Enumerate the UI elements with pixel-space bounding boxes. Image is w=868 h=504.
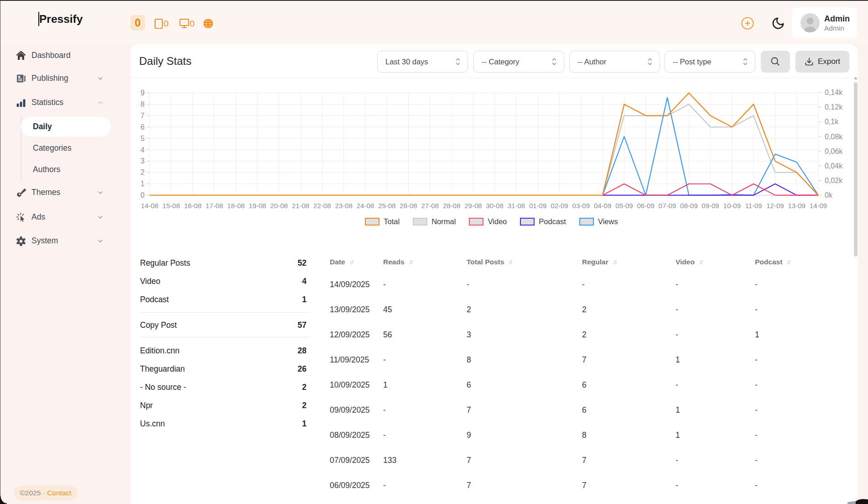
svg-text:02-09: 02-09 bbox=[551, 202, 568, 210]
svg-text:0,1k: 0,1k bbox=[825, 118, 839, 126]
svg-text:30-08: 30-08 bbox=[486, 202, 503, 210]
svg-text:3: 3 bbox=[140, 157, 145, 165]
svg-text:14-09: 14-09 bbox=[810, 202, 827, 210]
svg-text:31-08: 31-08 bbox=[508, 202, 525, 210]
svg-text:20-08: 20-08 bbox=[270, 202, 288, 210]
svg-text:04-09: 04-09 bbox=[594, 202, 611, 210]
svg-text:7: 7 bbox=[140, 112, 145, 120]
svg-text:18-08: 18-08 bbox=[227, 202, 244, 210]
svg-text:23-08: 23-08 bbox=[335, 202, 352, 210]
svg-text:24-08: 24-08 bbox=[357, 202, 374, 210]
svg-text:29-08: 29-08 bbox=[464, 202, 482, 210]
svg-text:19-08: 19-08 bbox=[249, 202, 266, 210]
svg-text:0,04k: 0,04k bbox=[825, 162, 843, 170]
svg-text:8: 8 bbox=[140, 100, 145, 108]
svg-text:07-09: 07-09 bbox=[659, 202, 676, 210]
svg-text:25-08: 25-08 bbox=[378, 202, 395, 210]
svg-text:06-09: 06-09 bbox=[637, 202, 655, 210]
svg-text:0,02k: 0,02k bbox=[825, 177, 843, 184]
svg-text:05-09: 05-09 bbox=[615, 202, 633, 210]
svg-text:0,08k: 0,08k bbox=[825, 133, 843, 141]
svg-text:2: 2 bbox=[140, 168, 145, 176]
svg-text:0,14k: 0,14k bbox=[825, 89, 843, 96]
svg-text:22-08: 22-08 bbox=[313, 202, 331, 210]
svg-text:08-09: 08-09 bbox=[680, 202, 697, 210]
svg-text:4: 4 bbox=[140, 146, 145, 154]
svg-text:1: 1 bbox=[140, 180, 145, 188]
svg-text:0,06k: 0,06k bbox=[825, 147, 843, 155]
svg-text:16-08: 16-08 bbox=[184, 202, 201, 210]
svg-text:11-09: 11-09 bbox=[745, 202, 762, 210]
svg-text:01-09: 01-09 bbox=[529, 202, 546, 210]
svg-text:10-09: 10-09 bbox=[723, 202, 741, 210]
svg-text:26-08: 26-08 bbox=[400, 202, 417, 210]
svg-text:0k: 0k bbox=[825, 191, 833, 199]
svg-text:21-08: 21-08 bbox=[292, 202, 309, 210]
svg-text:6: 6 bbox=[140, 123, 145, 131]
svg-text:09-09: 09-09 bbox=[702, 202, 719, 210]
svg-text:0,12k: 0,12k bbox=[825, 103, 843, 111]
svg-text:12-09: 12-09 bbox=[766, 202, 784, 210]
svg-text:0: 0 bbox=[140, 191, 145, 199]
svg-text:15-08: 15-08 bbox=[162, 202, 180, 210]
svg-text:27-08: 27-08 bbox=[421, 202, 439, 210]
svg-text:28-08: 28-08 bbox=[443, 202, 460, 210]
svg-text:14-08: 14-08 bbox=[141, 202, 158, 210]
svg-text:5: 5 bbox=[140, 135, 145, 142]
svg-text:9: 9 bbox=[140, 89, 145, 97]
svg-text:13-09: 13-09 bbox=[788, 202, 806, 210]
svg-text:03-09: 03-09 bbox=[572, 202, 590, 210]
svg-text:17-08: 17-08 bbox=[206, 202, 223, 210]
